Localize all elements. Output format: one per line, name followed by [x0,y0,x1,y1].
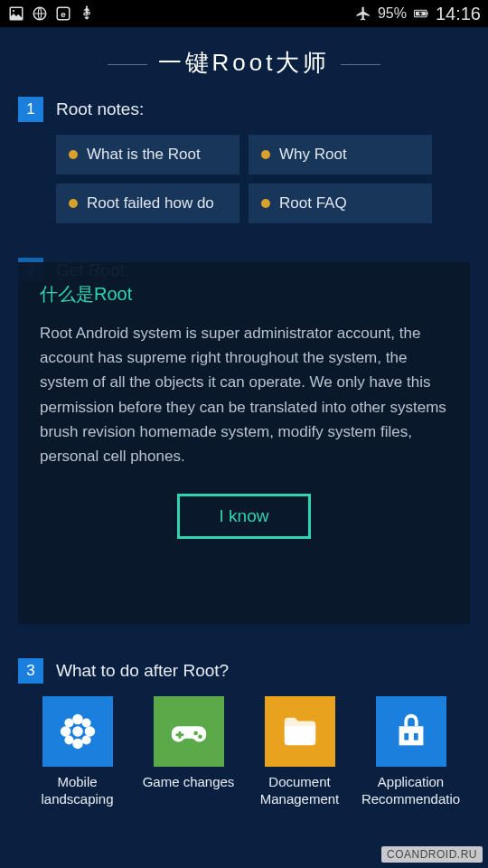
note-root-failed[interactable]: Root failed how do [56,184,239,223]
flower-icon [42,696,113,767]
svg-point-20 [193,731,198,736]
tile-label: Application Recommendatio [357,774,465,808]
airplane-icon [354,5,372,23]
svg-point-17 [81,736,90,745]
gallery-icon [7,5,25,23]
svg-point-1 [13,10,14,12]
section-root-notes: 1 Root notes: What is the Root Why Root … [0,88,488,223]
battery-percent: 95% [378,5,407,22]
tile-label: Mobile landscaping [23,774,132,808]
tile-app-recommendation[interactable]: Application Recommendatio [357,696,465,808]
tile-label: Game changes [143,774,235,791]
section-title-3: What to do after Root? [56,661,229,681]
svg-text:e: e [61,9,66,19]
modal-dialog: 什么是Root Root Android system is super adm… [18,262,470,624]
e-icon: e [54,5,72,23]
section-num-1: 1 [18,97,43,122]
bullet-icon [261,150,270,159]
note-label: Root FAQ [279,194,347,212]
svg-rect-22 [404,733,408,741]
tile-label: Document Management [246,774,354,808]
svg-point-9 [72,726,83,737]
app-title: 一键Root大师 [0,27,488,88]
clock: 14:16 [436,4,481,24]
note-label: What is the Root [87,146,201,164]
modal-confirm-button[interactable]: I know [177,494,311,539]
bullet-icon [69,150,78,159]
modal-body: Root Android system is super administrat… [40,321,448,468]
usb-icon [78,5,96,23]
note-label: Why Root [279,146,347,164]
svg-point-15 [81,718,90,727]
watermark: COANDROID.RU [381,846,483,863]
svg-point-5 [86,5,88,7]
note-why-root[interactable]: Why Root [249,135,432,175]
svg-point-12 [60,726,70,737]
note-label: Root failed how do [87,194,214,212]
section-title-1: Root notes: [56,99,144,119]
status-bar: e 95% 14:16 [0,0,488,27]
tile-game-changes[interactable]: Game changes [135,696,243,808]
svg-point-16 [64,736,73,745]
svg-rect-23 [413,733,418,741]
tile-mobile-landscaping[interactable]: Mobile landscaping [23,696,132,808]
svg-point-13 [84,726,95,737]
store-icon [376,696,446,767]
modal-title: 什么是Root [40,282,448,307]
tile-document-management[interactable]: Document Management [246,696,354,808]
bullet-icon [261,199,270,208]
svg-point-21 [198,734,202,739]
section-after-root: 3 What to do after Root? Mobile landscap… [0,649,488,808]
svg-point-11 [72,739,83,750]
svg-point-10 [72,714,83,725]
note-what-is-root[interactable]: What is the Root [56,135,239,175]
svg-point-14 [64,718,73,727]
battery-icon [412,5,430,23]
bullet-icon [69,199,78,208]
gamepad-icon [154,696,224,767]
globe-icon [31,5,49,23]
svg-rect-7 [427,13,428,15]
section-num-3: 3 [18,658,43,684]
note-root-faq[interactable]: Root FAQ [249,184,432,223]
folder-icon [265,696,335,767]
svg-rect-19 [175,733,183,736]
